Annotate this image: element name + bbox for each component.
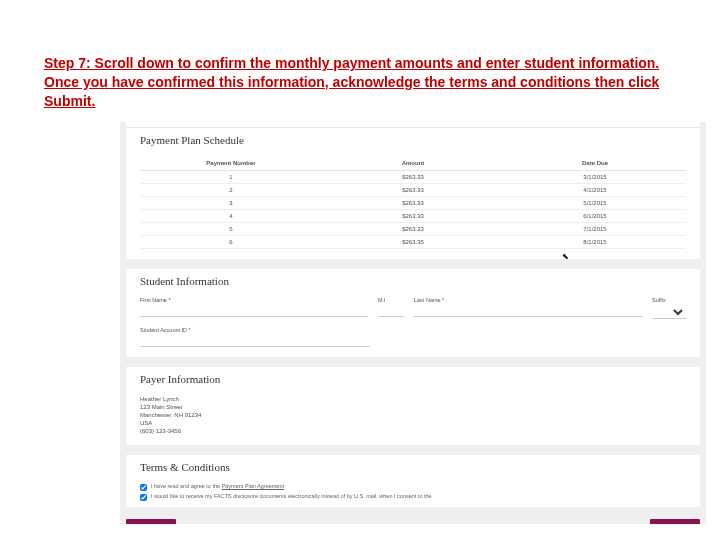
table-row: 1$263.333/1/2015 [140,171,686,184]
col-amount: Amount [322,156,504,171]
table-row: 3$263.335/1/2015 [140,197,686,210]
suffix-select[interactable] [652,305,686,319]
table-cell: 4/1/2015 [504,184,686,197]
payment-plan-agreement-link[interactable]: Payment Plan Agreement [222,483,284,489]
terms-line-2: I would like to receive my FACTS disclos… [151,493,432,499]
last-name-input[interactable] [414,305,642,317]
terms-line-1-prefix: I have read and agree to the [151,483,222,489]
table-cell: $263.33 [322,197,504,210]
cursor-icon: ⬉ [562,252,569,261]
step-instruction: Step 7: Scroll down to confirm the month… [44,54,684,111]
table-cell: 3/1/2015 [504,171,686,184]
table-row: 6$263.358/1/2015 [140,236,686,249]
payer-info-title: Payer Information [140,373,686,389]
payer-line: (603) 123-3456 [140,427,686,435]
table-row: 4$263.336/1/2015 [140,210,686,223]
payer-line: USA [140,419,686,427]
terms-line-1: I have read and agree to the Payment Pla… [151,483,284,489]
student-info-title: Student Information [140,275,686,291]
payment-plan-schedule-panel: Payment Plan Schedule Payment Number Amo… [126,128,700,259]
student-information-panel: Student Information First Name * M.I. La… [126,269,700,357]
first-name-label: First Name * [140,297,368,303]
table-cell: 8/1/2015 [504,236,686,249]
table-cell: $263.33 [322,184,504,197]
payment-schedule-table: Payment Number Amount Date Due 1$263.333… [140,156,686,249]
last-name-label: Last Name * [414,297,642,303]
table-cell: 6 [140,236,322,249]
payer-line: Heather Lynch [140,395,686,403]
student-account-id-input[interactable] [140,335,370,347]
table-cell: $263.33 [322,171,504,184]
col-date-due: Date Due [504,156,686,171]
terms-title: Terms & Conditions [140,461,686,477]
table-cell: 6/1/2015 [504,210,686,223]
table-cell: 4 [140,210,322,223]
table-row: 5$263.337/1/2015 [140,223,686,236]
table-cell: $263.33 [322,223,504,236]
submit-button[interactable]: Submit [650,519,700,524]
student-account-id-label: Student Account ID * [140,327,370,333]
table-cell: 5/1/2015 [504,197,686,210]
agree-checkbox[interactable] [140,484,147,491]
table-row: 2$263.334/1/2015 [140,184,686,197]
table-cell: $263.35 [322,236,504,249]
payer-line: 123 Main Street [140,403,686,411]
step-label: Step 7: Scroll down to confirm the month… [44,55,659,109]
embedded-screenshot: Payment Plan Schedule Payment Number Amo… [120,122,706,524]
payer-address-block: Heather Lynch123 Main StreetManchester, … [140,395,686,435]
cancel-button[interactable]: Cancel [126,519,176,524]
terms-and-conditions-panel: Terms & Conditions I have read and agree… [126,455,700,507]
table-cell: 5 [140,223,322,236]
suffix-label: Suffix [652,297,686,303]
col-payment-number: Payment Number [140,156,322,171]
edisclosure-checkbox[interactable] [140,494,147,501]
first-name-input[interactable] [140,305,368,317]
table-cell: $263.33 [322,210,504,223]
table-header-row: Payment Number Amount Date Due [140,156,686,171]
table-cell: 2 [140,184,322,197]
table-cell: 1 [140,171,322,184]
mi-input[interactable] [378,305,404,317]
payer-information-panel: Payer Information Heather Lynch123 Main … [126,367,700,445]
table-cell: 3 [140,197,322,210]
payment-schedule-title: Payment Plan Schedule [140,134,686,150]
mi-label: M.I. [378,297,404,303]
table-cell: 7/1/2015 [504,223,686,236]
footer-bar: Cancel Submit [120,517,706,524]
payer-line: Manchester, NH 01234 [140,411,686,419]
